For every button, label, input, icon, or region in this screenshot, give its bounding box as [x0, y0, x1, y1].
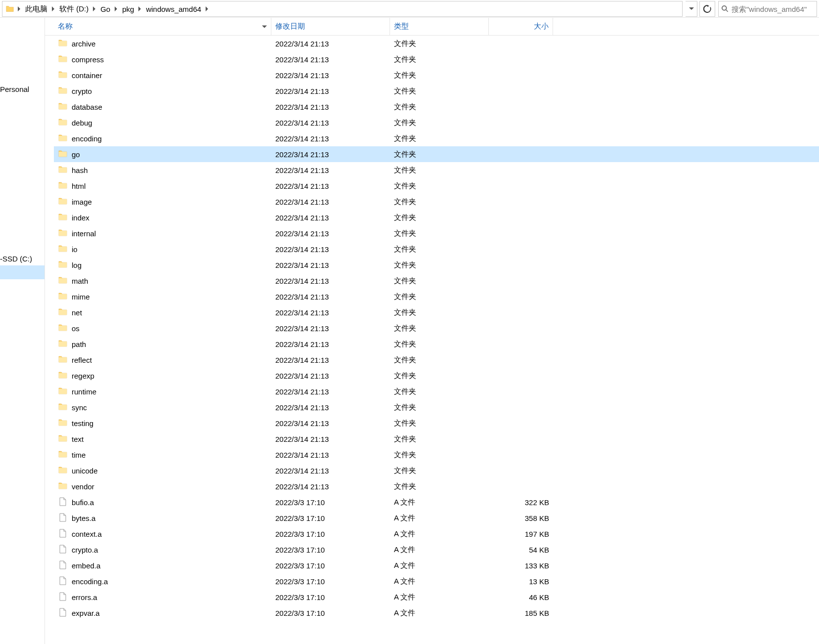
file-type: 文件夹 — [390, 67, 489, 83]
column-header-name[interactable]: 名称 — [54, 18, 271, 35]
chevron-right-icon[interactable] — [50, 6, 56, 11]
file-row[interactable]: mime2022/3/14 21:13文件夹 — [54, 289, 819, 304]
file-row[interactable]: expvar.a2022/3/3 17:10A 文件185 KB — [54, 605, 819, 621]
file-name: encoding.a — [72, 577, 108, 586]
file-row[interactable]: errors.a2022/3/3 17:10A 文件46 KB — [54, 589, 819, 605]
folder-icon — [58, 291, 68, 302]
breadcrumb-segment[interactable]: pkg — [119, 1, 137, 16]
file-date: 2022/3/3 17:10 — [271, 558, 390, 573]
column-header-type[interactable]: 类型 — [390, 18, 489, 35]
navigation-pane[interactable]: Personal -SSD (C:) — [0, 18, 45, 644]
file-row[interactable]: hash2022/3/14 21:13文件夹 — [54, 162, 819, 178]
file-row[interactable]: testing2022/3/14 21:13文件夹 — [54, 415, 819, 431]
breadcrumb[interactable]: 此电脑软件 (D:)Gopkgwindows_amd64 — [2, 1, 683, 17]
file-icon — [58, 544, 68, 556]
file-row[interactable]: html2022/3/14 21:13文件夹 — [54, 178, 819, 194]
folder-icon — [58, 133, 68, 144]
file-icon — [58, 576, 68, 587]
file-size — [489, 51, 553, 67]
file-name: crypto.a — [72, 546, 98, 554]
file-row[interactable]: math2022/3/14 21:13文件夹 — [54, 273, 819, 289]
file-row[interactable]: reflect2022/3/14 21:13文件夹 — [54, 352, 819, 368]
file-date: 2022/3/14 21:13 — [271, 36, 390, 51]
breadcrumb-segment[interactable]: Go — [97, 1, 113, 16]
file-row[interactable]: container2022/3/14 21:13文件夹 — [54, 67, 819, 83]
file-row[interactable]: embed.a2022/3/3 17:10A 文件133 KB — [54, 558, 819, 573]
file-size: 185 KB — [489, 605, 553, 621]
file-size — [489, 289, 553, 304]
folder-icon — [58, 117, 68, 129]
file-row[interactable]: image2022/3/14 21:13文件夹 — [54, 194, 819, 210]
file-size — [489, 36, 553, 51]
file-name: encoding — [72, 134, 102, 143]
file-row[interactable]: regexp2022/3/14 21:13文件夹 — [54, 368, 819, 384]
file-row[interactable]: internal2022/3/14 21:13文件夹 — [54, 225, 819, 241]
address-bar: 此电脑软件 (D:)Gopkgwindows_amd64 — [0, 0, 819, 18]
file-date: 2022/3/14 21:13 — [271, 162, 390, 178]
chevron-right-icon[interactable] — [16, 6, 22, 11]
file-row[interactable]: bufio.a2022/3/3 17:10A 文件322 KB — [54, 494, 819, 510]
folder-icon — [58, 70, 68, 81]
file-row[interactable]: compress2022/3/14 21:13文件夹 — [54, 51, 819, 67]
file-row[interactable]: bytes.a2022/3/3 17:10A 文件358 KB — [54, 510, 819, 526]
folder-icon — [58, 418, 68, 429]
file-size — [489, 83, 553, 99]
chevron-right-icon[interactable] — [113, 6, 119, 11]
breadcrumb-segment[interactable]: 软件 (D:) — [56, 1, 91, 16]
nav-item-personal[interactable]: Personal — [0, 82, 44, 96]
file-row[interactable]: crypto2022/3/14 21:13文件夹 — [54, 83, 819, 99]
nav-item-selected[interactable] — [0, 265, 44, 279]
search-input[interactable] — [732, 5, 814, 13]
file-row[interactable]: index2022/3/14 21:13文件夹 — [54, 210, 819, 225]
file-row[interactable]: io2022/3/14 21:13文件夹 — [54, 241, 819, 257]
file-row[interactable]: log2022/3/14 21:13文件夹 — [54, 257, 819, 273]
file-row[interactable]: crypto.a2022/3/3 17:10A 文件54 KB — [54, 542, 819, 558]
chevron-right-icon[interactable] — [91, 6, 97, 11]
address-dropdown-button[interactable] — [686, 1, 697, 17]
file-size — [489, 399, 553, 415]
file-date: 2022/3/14 21:13 — [271, 463, 390, 478]
file-row[interactable]: text2022/3/14 21:13文件夹 — [54, 431, 819, 447]
column-header-size[interactable]: 大小 — [489, 18, 553, 35]
file-name: go — [72, 150, 80, 159]
file-date: 2022/3/14 21:13 — [271, 83, 390, 99]
file-row[interactable]: path2022/3/14 21:13文件夹 — [54, 336, 819, 352]
chevron-right-icon[interactable] — [137, 6, 143, 11]
chevron-right-icon[interactable] — [204, 6, 210, 11]
file-size — [489, 320, 553, 336]
file-list-pane[interactable]: 名称 修改日期 类型 大小 archive2022/3/14 21:13文件夹c… — [45, 18, 819, 644]
file-row[interactable]: encoding.a2022/3/3 17:10A 文件13 KB — [54, 573, 819, 589]
file-type: 文件夹 — [390, 115, 489, 130]
file-icon — [58, 513, 68, 524]
file-row[interactable]: context.a2022/3/3 17:10A 文件197 KB — [54, 526, 819, 542]
file-type: A 文件 — [390, 542, 489, 558]
file-row[interactable]: net2022/3/14 21:13文件夹 — [54, 304, 819, 320]
column-header-date[interactable]: 修改日期 — [271, 18, 390, 35]
refresh-button[interactable] — [699, 1, 715, 17]
column-label: 修改日期 — [275, 22, 305, 31]
search-box[interactable] — [718, 1, 817, 17]
nav-item-ssd-c[interactable]: -SSD (C:) — [0, 252, 44, 265]
file-row[interactable]: encoding2022/3/14 21:13文件夹 — [54, 130, 819, 146]
file-size — [489, 336, 553, 352]
file-row[interactable]: unicode2022/3/14 21:13文件夹 — [54, 463, 819, 478]
file-row[interactable]: database2022/3/14 21:13文件夹 — [54, 99, 819, 115]
folder-icon — [58, 354, 68, 366]
folder-icon — [58, 339, 68, 350]
file-row[interactable]: debug2022/3/14 21:13文件夹 — [54, 115, 819, 130]
file-row[interactable]: runtime2022/3/14 21:13文件夹 — [54, 384, 819, 399]
file-row[interactable]: go2022/3/14 21:13文件夹 — [54, 146, 819, 162]
folder-icon — [58, 465, 68, 476]
breadcrumb-segment[interactable]: windows_amd64 — [143, 1, 204, 16]
file-name: html — [72, 182, 86, 190]
file-type: 文件夹 — [390, 178, 489, 194]
file-name: debug — [72, 119, 92, 127]
file-row[interactable]: archive2022/3/14 21:13文件夹 — [54, 36, 819, 51]
file-row[interactable]: sync2022/3/14 21:13文件夹 — [54, 399, 819, 415]
file-row[interactable]: os2022/3/14 21:13文件夹 — [54, 320, 819, 336]
file-row[interactable]: time2022/3/14 21:13文件夹 — [54, 447, 819, 463]
file-icon — [58, 592, 68, 603]
file-date: 2022/3/14 21:13 — [271, 352, 390, 368]
breadcrumb-segment[interactable]: 此电脑 — [22, 1, 50, 16]
file-row[interactable]: vendor2022/3/14 21:13文件夹 — [54, 478, 819, 494]
